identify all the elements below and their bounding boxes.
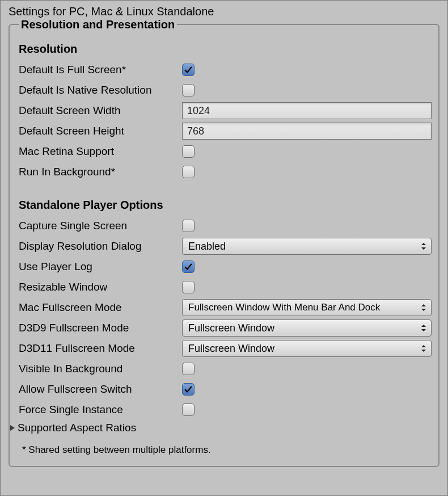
row-default-screen-height: Default Screen Height — [16, 121, 432, 141]
select-d3d11-fullscreen-mode[interactable]: Fullscreen Window — [182, 340, 432, 357]
label-default-native-resolution: Default Is Native Resolution — [16, 84, 182, 96]
checkbox-use-player-log[interactable] — [182, 260, 195, 273]
checkbox-force-single-instance[interactable] — [182, 403, 195, 416]
label-mac-fullscreen-mode: Mac Fullscreen Mode — [16, 301, 182, 314]
check-icon — [184, 385, 192, 393]
row-default-screen-width: Default Screen Width — [16, 101, 432, 120]
footnote: * Shared setting between multiple platfo… — [22, 444, 432, 456]
row-use-player-log: Use Player Log — [16, 257, 432, 276]
input-default-screen-height[interactable] — [182, 123, 432, 140]
input-default-screen-width[interactable] — [182, 102, 432, 119]
row-visible-in-background: Visible In Background — [16, 359, 432, 379]
section-title: Resolution and Presentation — [19, 18, 177, 31]
label-capture-single-screen: Capture Single Screen — [16, 220, 182, 232]
label-allow-fullscreen-switch: Allow Fullscreen Switch — [16, 383, 182, 396]
label-use-player-log: Use Player Log — [16, 260, 182, 273]
updown-icon — [421, 344, 426, 353]
checkbox-run-in-background[interactable] — [182, 166, 195, 178]
check-icon — [184, 263, 192, 271]
row-default-native-resolution: Default Is Native Resolution — [16, 81, 432, 100]
label-display-resolution-dialog: Display Resolution Dialog — [16, 240, 182, 253]
foldout-arrow-icon — [9, 424, 16, 432]
select-value: Enabled — [188, 241, 226, 253]
label-resizable-window: Resizable Window — [16, 281, 182, 293]
select-value: Fullscreen Window With Menu Bar And Dock — [188, 302, 380, 313]
checkbox-visible-in-background[interactable] — [182, 363, 195, 375]
checkbox-default-full-screen[interactable] — [182, 64, 195, 76]
spacer — [16, 183, 432, 195]
row-force-single-instance: Force Single Instance — [16, 400, 432, 419]
resolution-heading: Resolution — [19, 43, 432, 56]
label-default-full-screen: Default Is Full Screen* — [16, 64, 182, 76]
player-options-heading: Standalone Player Options — [19, 199, 432, 212]
label-default-screen-height: Default Screen Height — [16, 125, 182, 137]
checkbox-mac-retina[interactable] — [182, 145, 195, 158]
label-d3d11-fullscreen-mode: D3D11 Fullscreen Mode — [16, 342, 182, 355]
updown-icon — [421, 303, 426, 312]
checkbox-capture-single-screen[interactable] — [182, 220, 195, 232]
row-mac-fullscreen-mode: Mac Fullscreen Mode Fullscreen Window Wi… — [16, 298, 432, 317]
select-value: Fullscreen Window — [188, 343, 274, 355]
label-default-screen-width: Default Screen Width — [16, 104, 182, 117]
row-run-in-background: Run In Background* — [16, 162, 432, 182]
label-visible-in-background: Visible In Background — [16, 363, 182, 375]
row-default-full-screen: Default Is Full Screen* — [16, 60, 432, 79]
updown-icon — [421, 242, 426, 251]
row-display-resolution-dialog: Display Resolution Dialog Enabled — [16, 237, 432, 256]
checkbox-allow-fullscreen-switch[interactable] — [182, 383, 195, 396]
updown-icon — [421, 323, 426, 333]
settings-window: Settings for PC, Mac & Linux Standalone … — [0, 0, 448, 496]
select-mac-fullscreen-mode[interactable]: Fullscreen Window With Menu Bar And Dock — [182, 299, 432, 316]
check-icon — [184, 66, 192, 74]
row-resizable-window: Resizable Window — [16, 278, 432, 297]
label-run-in-background: Run In Background* — [16, 166, 182, 178]
foldout-label: Supported Aspect Ratios — [18, 422, 136, 434]
row-allow-fullscreen-switch: Allow Fullscreen Switch — [16, 380, 432, 399]
row-d3d11-fullscreen-mode: D3D11 Fullscreen Mode Fullscreen Window — [16, 339, 432, 358]
select-value: Fullscreen Window — [188, 322, 274, 334]
foldout-supported-aspect-ratios[interactable]: Supported Aspect Ratios — [9, 422, 432, 434]
select-d3d9-fullscreen-mode[interactable]: Fullscreen Window — [182, 320, 432, 337]
checkbox-resizable-window[interactable] — [182, 281, 195, 293]
label-force-single-instance: Force Single Instance — [16, 403, 182, 416]
label-mac-retina: Mac Retina Support — [16, 145, 182, 158]
resolution-presentation-section: Resolution and Presentation Resolution D… — [9, 24, 439, 467]
label-d3d9-fullscreen-mode: D3D9 Fullscreen Mode — [16, 322, 182, 334]
row-mac-retina: Mac Retina Support — [16, 142, 432, 161]
select-display-resolution-dialog[interactable]: Enabled — [182, 238, 432, 255]
row-capture-single-screen: Capture Single Screen — [16, 216, 432, 236]
row-d3d9-fullscreen-mode: D3D9 Fullscreen Mode Fullscreen Window — [16, 318, 432, 338]
checkbox-default-native-resolution[interactable] — [182, 84, 195, 96]
